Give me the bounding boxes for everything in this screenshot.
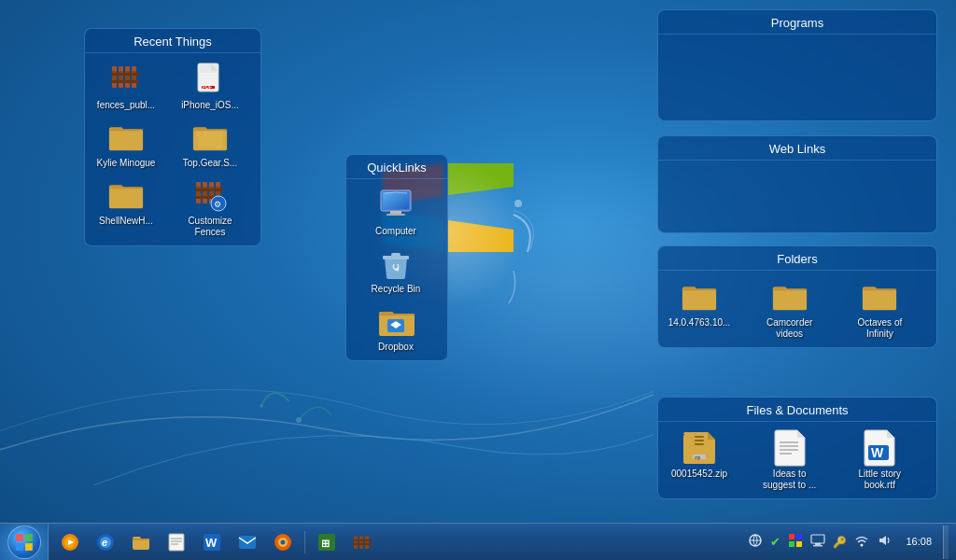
start-button[interactable] xyxy=(0,524,49,561)
taskbar: e W xyxy=(0,523,956,560)
svg-rect-34 xyxy=(195,189,223,191)
fence-programs-content xyxy=(658,35,936,109)
fence-item-dropbox[interactable]: Dropbox xyxy=(354,302,438,353)
taskbar-firefox[interactable] xyxy=(265,525,301,560)
taskbar-separator xyxy=(304,531,305,553)
fence-item-ideas[interactable]: Ideas to suggest to ... xyxy=(756,429,823,491)
svg-rect-6 xyxy=(112,83,117,88)
fence-item-label: 00015452.zip xyxy=(671,469,727,480)
fence-quicklinks-content: Computer Recycle Bin xyxy=(346,179,447,360)
fence-item-kylie[interactable]: Kylie Minogue xyxy=(92,119,160,169)
fence-item-label: Octaves of Infinity xyxy=(847,317,912,340)
taskbar-time[interactable]: 16:08 xyxy=(898,535,939,548)
fence-item-label: Little story book.rtf xyxy=(847,469,912,491)
taskbar-word[interactable]: W xyxy=(194,525,230,560)
taskbar-outlook[interactable] xyxy=(230,525,265,560)
start-orb xyxy=(7,525,41,559)
fences2-icon: ⚙ xyxy=(191,176,229,214)
svg-rect-9 xyxy=(119,83,123,88)
tray-icon-color[interactable] xyxy=(785,531,806,553)
fence-files-content: zip 00015452.zip Ideas to suggest to ... xyxy=(658,422,936,498)
svg-rect-48 xyxy=(695,443,704,445)
show-desktop-button[interactable] xyxy=(943,525,949,559)
svg-point-3 xyxy=(514,200,522,207)
tray-icon-display[interactable] xyxy=(808,531,828,553)
fence-item-recycle[interactable]: Recycle Bin xyxy=(354,245,438,295)
taskbar-ie[interactable]: e xyxy=(88,525,123,560)
fence-item-folder2[interactable]: Camcorder videos xyxy=(756,278,823,340)
tray-icon-wifi[interactable] xyxy=(851,531,872,553)
fence-item-topgear[interactable]: Top.Gear.S... xyxy=(176,119,244,169)
svg-text:PDF: PDF xyxy=(203,84,212,90)
taskbar-program1[interactable]: ⊞ xyxy=(309,525,344,560)
svg-rect-91 xyxy=(815,543,821,545)
fence-folders-content: 14.0.4763.10... Camcorder videos Oct xyxy=(658,271,936,347)
zip-icon: zip xyxy=(681,429,718,467)
fence-weblinks-content xyxy=(658,161,936,221)
svg-rect-67 xyxy=(169,534,184,551)
fence-quicklinks-title: QuickLinks xyxy=(346,155,447,179)
svg-rect-57 xyxy=(16,534,23,541)
svg-rect-32 xyxy=(216,182,220,187)
tray-icon-volume[interactable] xyxy=(874,531,894,553)
fence-recent-content: fences_publ... PDF iPhone_iOS... xyxy=(85,53,260,245)
svg-rect-11 xyxy=(125,66,130,71)
fence-item-label: Computer xyxy=(375,226,416,237)
fence-item-label: ShellNewH... xyxy=(99,216,153,227)
svg-rect-16 xyxy=(111,73,139,76)
folder3-icon xyxy=(861,278,898,315)
svg-rect-59 xyxy=(16,543,23,551)
fence-item-folder1[interactable]: 14.0.4763.10... xyxy=(666,278,733,340)
svg-rect-29 xyxy=(209,182,214,187)
fence-item-computer[interactable]: Computer xyxy=(354,187,438,237)
fence-item-label: 14.0.4763.10... xyxy=(668,317,731,329)
fence-item-iphone[interactable]: PDF iPhone_iOS... xyxy=(176,61,244,111)
fences-icon xyxy=(107,61,145,98)
fence-item-label: Recycle Bin xyxy=(372,284,421,295)
taskbar-fences[interactable] xyxy=(344,525,380,560)
svg-rect-79 xyxy=(354,536,358,549)
computer-icon xyxy=(377,187,415,224)
svg-text:⚙: ⚙ xyxy=(214,200,221,209)
svg-rect-26 xyxy=(203,182,207,187)
fence-item-word[interactable]: W Little story book.rtf xyxy=(846,429,913,491)
svg-rect-14 xyxy=(132,66,136,71)
taskbar-right: ✔ 🔑 xyxy=(745,525,956,559)
fence-item-label: iPhone_iOS... xyxy=(181,100,239,111)
folder1-icon xyxy=(681,278,718,315)
svg-rect-81 xyxy=(365,536,369,549)
fence-folders-title: Folders xyxy=(658,246,936,271)
svg-text:⊞: ⊞ xyxy=(321,538,330,549)
fence-item-fences[interactable]: fences_publ... xyxy=(92,61,160,111)
desktop-decoration xyxy=(0,299,654,485)
svg-rect-23 xyxy=(196,182,201,187)
fence-files-title: Files & Documents xyxy=(658,398,936,422)
svg-point-93 xyxy=(861,544,864,547)
fence-item-shellnew[interactable]: ShellNewH... xyxy=(92,176,160,238)
fence-item-folder3[interactable]: Octaves of Infinity xyxy=(846,278,913,340)
fence-item-label: Top.Gear.S... xyxy=(183,158,237,169)
tray-icon-check[interactable]: ✔ xyxy=(767,533,783,551)
taskbar-notepad[interactable] xyxy=(159,525,194,560)
fence-item-label: Camcorder videos xyxy=(757,317,822,340)
fence-item-customize[interactable]: ⚙ Customize Fences xyxy=(176,176,244,238)
svg-rect-92 xyxy=(813,545,822,547)
taskbar-media-player[interactable] xyxy=(52,525,88,560)
fence-files: Files & Documents zip 00015452.zip xyxy=(657,397,937,499)
sys-tray: ✔ 🔑 xyxy=(745,531,894,553)
tray-icon-key[interactable]: 🔑 xyxy=(830,534,850,551)
fence-weblinks-title: Web Links xyxy=(658,136,936,161)
svg-rect-12 xyxy=(125,83,130,88)
fence-item-label: Dropbox xyxy=(378,342,414,353)
svg-text:W: W xyxy=(871,445,884,460)
tray-icon-network[interactable] xyxy=(745,531,766,553)
svg-rect-82 xyxy=(353,539,372,541)
taskbar-explorer[interactable] xyxy=(123,525,159,560)
folder-shellnew-icon xyxy=(107,176,145,214)
svg-rect-83 xyxy=(353,543,372,545)
fence-item-zip[interactable]: zip 00015452.zip xyxy=(666,429,733,491)
svg-rect-90 xyxy=(811,535,824,543)
svg-rect-88 xyxy=(789,541,794,547)
word-icon: W xyxy=(861,429,898,467)
svg-text:e: e xyxy=(102,537,107,548)
